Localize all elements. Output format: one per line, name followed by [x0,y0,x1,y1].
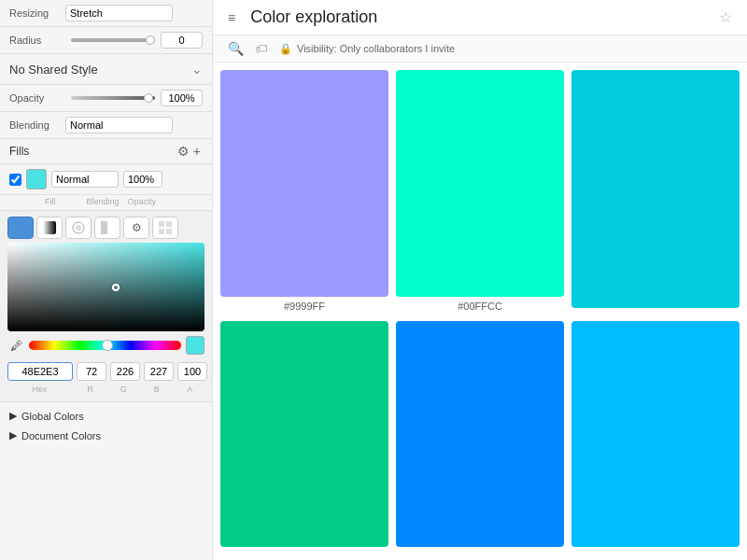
sub-bar: 🔍 🏷 🔒 Visibility: Only collaborators I i… [213,35,747,63]
svg-rect-9 [166,229,172,234]
svg-rect-7 [166,221,172,227]
svg-rect-6 [159,221,164,227]
shared-style-text: No Shared Style [9,63,191,77]
hex-label: Hex [7,385,72,394]
color-swatch-3[interactable] [571,70,740,308]
visibility-row: 🔒 Visibility: Only collaborators I invit… [279,43,455,55]
svg-rect-4 [101,221,107,234]
fill-blending-select[interactable]: Normal [51,171,119,188]
svg-rect-5 [107,221,114,234]
solid-mode-button[interactable] [7,217,34,239]
fills-settings-button[interactable]: ⚙ [176,144,191,159]
opacity-input[interactable]: 100% [161,90,203,106]
pattern-mode-button[interactable] [152,217,178,239]
fills-row: Normal 100% [0,164,212,195]
color-gradient-area[interactable] [7,243,204,331]
color-labels-row: Hex R G B A [0,384,212,397]
hue-thumb [102,340,113,351]
color-mode-tabs: ⚙ [0,211,212,243]
global-colors-row[interactable]: ▶ Global Colors [0,406,212,426]
angular-mode-button[interactable] [94,217,120,239]
linear-mode-button[interactable] [36,217,63,239]
svg-point-3 [76,225,81,231]
resizing-select[interactable]: Stretch [65,5,173,21]
fills-title: Fills [9,145,176,158]
hue-slider[interactable] [29,341,181,350]
eyedropper-button[interactable]: 🖉 [7,337,24,354]
star-icon[interactable]: ☆ [719,8,732,26]
radius-thumb [146,35,155,45]
alpha-input[interactable]: 100 [177,362,207,381]
hue-row: 🖉 [0,331,212,359]
b-label: B [142,385,172,394]
visibility-text: Visibility: Only collaborators I invite [297,43,455,54]
fill-color-swatch[interactable] [26,169,47,189]
triangle-icon: ▶ [9,410,17,422]
colors-section: ▶ Global Colors ▶ Document Colors [0,401,212,449]
alpha-swatch[interactable] [186,336,204,355]
resizing-label: Resizing [9,7,65,19]
blue-input[interactable]: 227 [144,362,174,381]
radius-input[interactable]: 0 [161,32,203,49]
blending-sub-label: Blending [87,197,120,206]
radius-label: Radius [9,35,65,46]
color-values-row: 48E2E3 72 226 227 100 [0,359,212,384]
gradient-cursor [112,284,120,291]
color-label-2: #00FFCC [396,301,564,314]
document-colors-label: Document Colors [21,430,101,441]
svg-rect-0 [14,221,27,234]
g-label: G [108,385,138,394]
color-swatch-5[interactable] [396,321,564,548]
color-swatch-6[interactable] [571,321,740,548]
shared-style-row[interactable]: No Shared Style ⌄ [0,54,212,85]
color-label-6 [571,551,740,553]
fills-labels: Fill Blending Opacity [0,195,212,210]
color-grid: #9999FF #00FFCC [213,63,747,560]
resizing-row: Resizing Stretch [0,0,212,27]
settings-mode-button[interactable]: ⚙ [123,217,149,239]
fills-header: Fills ⚙ + [0,139,212,164]
fill-checkbox[interactable] [9,174,21,186]
blending-row: Blending Normal [0,112,212,139]
opacity-sub-label: Opacity [128,197,157,206]
radial-mode-button[interactable] [65,217,92,239]
opacity-label: Opacity [9,92,65,104]
color-tile-3 [571,70,740,314]
color-swatch-1[interactable] [220,70,388,297]
blending-label: Blending [9,119,65,131]
color-label-3 [571,312,740,314]
svg-rect-1 [43,221,56,234]
search-icon[interactable]: 🔍 [228,41,244,56]
green-input[interactable]: 226 [110,362,140,381]
color-tile-6 [571,321,740,553]
hamburger-icon[interactable]: ≡ [228,10,235,25]
color-tile-5 [396,321,564,553]
blending-select[interactable]: Normal [65,117,173,133]
opacity-thumb [144,93,153,103]
svg-rect-8 [159,229,164,234]
opacity-slider[interactable] [71,96,155,100]
color-swatch-2[interactable] [396,70,564,297]
tag-icon[interactable]: 🏷 [255,41,268,56]
right-panel: ≡ Color exploration ☆ 🔍 🏷 🔒 Visibility: … [213,0,747,560]
hex-input[interactable]: 48E2E3 [7,362,73,381]
color-picker: ⚙ 🖉 48E2E3 72 [0,210,212,401]
red-input[interactable]: 72 [77,362,106,381]
left-panel: Resizing Stretch Radius 0 No Shared Styl… [0,0,213,560]
fills-add-button[interactable]: + [191,144,203,159]
radius-slider[interactable] [71,38,155,42]
radius-row: Radius 0 [0,27,212,54]
top-bar: ≡ Color exploration ☆ [213,0,747,35]
color-tile-1: #9999FF [220,70,388,314]
chevron-down-icon: ⌄ [191,62,203,77]
color-label-4 [220,551,388,553]
color-label-1: #9999FF [220,301,388,314]
fill-opacity-input[interactable]: 100% [123,171,162,188]
color-swatch-4[interactable] [220,321,388,548]
page-title: Color exploration [250,7,719,27]
global-colors-label: Global Colors [21,411,84,422]
lock-icon: 🔒 [279,43,292,55]
a-label: A [175,385,204,394]
color-label-5 [396,551,564,553]
document-colors-row[interactable]: ▶ Document Colors [0,426,212,445]
